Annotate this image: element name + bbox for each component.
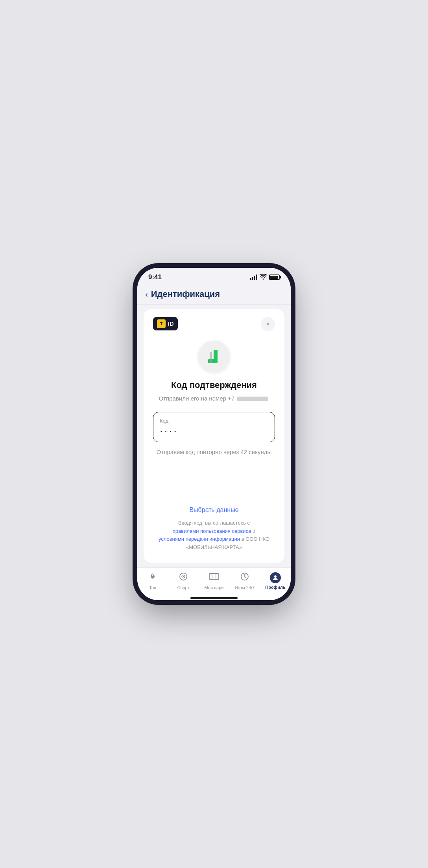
close-button[interactable]: × xyxy=(261,317,275,331)
app-logo xyxy=(204,347,224,366)
agreement-link-2[interactable]: условиями передачи информации xyxy=(159,536,240,542)
flame-icon xyxy=(148,572,157,584)
nav-header: ‹ Идентификация xyxy=(137,284,291,304)
nav-label-profile: Профиль xyxy=(265,585,285,590)
nav-item-profile[interactable]: Профиль xyxy=(264,572,287,590)
phone-mask xyxy=(237,397,268,401)
code-input-label: Код xyxy=(160,418,268,424)
page-content: ‹ Идентификация T ID × xyxy=(137,284,291,568)
phone-frame: 9:41 ‹ Идентификация xyxy=(137,268,291,600)
nav-label-games: Игры 24/7 xyxy=(235,585,255,590)
bottom-links: Выбрать данные Вводя код, вы соглашаетес… xyxy=(153,500,275,552)
t-id-label: ID xyxy=(168,321,174,327)
code-input-wrapper[interactable]: Код ···· xyxy=(153,412,275,442)
back-button[interactable]: ‹ xyxy=(145,290,148,299)
bets-icon xyxy=(208,572,220,584)
nav-label-top: Топ xyxy=(149,585,156,590)
sport-icon xyxy=(179,572,188,584)
status-time: 9:41 xyxy=(148,273,162,281)
resend-text: Отправим код повторно через 42 секунды xyxy=(153,449,275,455)
svg-rect-6 xyxy=(209,573,219,580)
code-subtitle: Отправили его на номер +7 xyxy=(153,394,275,402)
agreement-link-1[interactable]: правилами пользования сервиса xyxy=(173,528,251,534)
card-header: T ID × xyxy=(153,317,275,331)
status-bar: 9:41 xyxy=(137,268,291,284)
t-id-badge: T ID xyxy=(153,317,178,330)
battery-icon xyxy=(269,274,280,280)
header-divider xyxy=(137,304,291,304)
nav-item-top[interactable]: Топ xyxy=(141,572,164,590)
profile-icon xyxy=(270,572,281,583)
status-icons xyxy=(250,274,280,281)
page-title: Идентификация xyxy=(151,289,220,299)
svg-point-9 xyxy=(274,575,277,578)
svg-point-5 xyxy=(183,576,184,577)
wifi-icon xyxy=(260,274,267,281)
home-bar xyxy=(190,597,238,599)
t-shield-icon: T xyxy=(157,319,166,328)
agreement-connector: и xyxy=(253,528,255,534)
code-dots-display: ···· xyxy=(160,425,268,436)
nav-item-my-bets[interactable]: Мои пари xyxy=(202,572,226,590)
nav-label-my-bets: Мои пари xyxy=(205,585,224,590)
nav-item-sport[interactable]: Спорт xyxy=(172,572,195,590)
agreement-prefix: Вводя код, вы соглашаетесь с xyxy=(178,520,250,526)
select-data-link[interactable]: Выбрать данные xyxy=(153,506,275,514)
nav-label-sport: Спорт xyxy=(177,585,190,590)
games-icon xyxy=(240,572,249,584)
app-logo-area xyxy=(153,341,275,372)
modal-card: T ID × xyxy=(144,309,284,563)
app-logo-circle xyxy=(198,341,230,372)
nav-item-games[interactable]: Игры 24/7 xyxy=(233,572,256,590)
svg-rect-7 xyxy=(212,573,216,580)
bottom-nav: Топ Спорт Мои пари xyxy=(137,568,291,598)
home-indicator xyxy=(137,598,291,600)
signal-icon xyxy=(250,274,257,280)
svg-rect-2 xyxy=(210,352,212,363)
svg-rect-1 xyxy=(208,359,218,363)
code-title: Код подтверждения xyxy=(153,380,275,390)
agreement-text: Вводя код, вы соглашаетесь с правилами п… xyxy=(153,519,275,552)
code-subtitle-prefix: Отправили его на номер +7 xyxy=(159,395,235,402)
